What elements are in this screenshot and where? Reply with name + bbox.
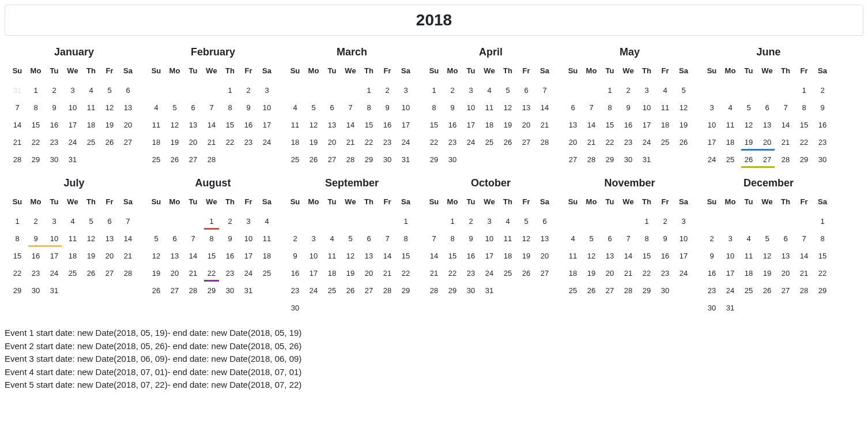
day-cell[interactable]: 6	[360, 231, 378, 248]
day-cell[interactable]: 16	[45, 117, 63, 134]
day-cell[interactable]: 20	[360, 265, 378, 283]
day-cell[interactable]: 26	[674, 134, 693, 152]
day-cell[interactable]: 9	[703, 248, 721, 265]
day-cell[interactable]: 19	[82, 248, 100, 265]
day-cell[interactable]: 30	[813, 152, 832, 169]
day-cell[interactable]: 31	[63, 152, 82, 169]
day-cell[interactable]: 31	[239, 283, 258, 300]
day-cell[interactable]: 28	[184, 283, 202, 300]
day-cell[interactable]: 6	[100, 214, 119, 231]
day-cell[interactable]: 11	[721, 117, 739, 134]
day-cell[interactable]: 20	[517, 117, 535, 134]
day-cell[interactable]: 23	[462, 265, 480, 283]
day-cell[interactable]: 20	[165, 265, 184, 283]
day-cell[interactable]: 3	[462, 83, 480, 100]
day-cell[interactable]: 6	[758, 100, 776, 117]
day-cell[interactable]: 8	[27, 100, 45, 117]
day-cell[interactable]: 7	[619, 231, 637, 248]
day-cell[interactable]: 14	[582, 117, 601, 134]
day-cell[interactable]: 19	[517, 248, 535, 265]
day-cell[interactable]: 20	[323, 134, 341, 152]
day-cell[interactable]: 11	[323, 248, 341, 265]
day-cell[interactable]: 29	[795, 152, 813, 169]
day-cell[interactable]: 14	[535, 100, 554, 117]
day-cell[interactable]: 9	[619, 100, 637, 117]
day-cell[interactable]: 14	[776, 117, 795, 134]
day-cell[interactable]: 17	[239, 248, 258, 265]
day-cell[interactable]: 9	[286, 248, 304, 265]
day-cell[interactable]: 29	[813, 283, 832, 300]
day-cell[interactable]: 23	[286, 283, 304, 300]
day-cell[interactable]: 15	[360, 117, 378, 134]
day-cell[interactable]: 10	[462, 100, 480, 117]
day-cell[interactable]: 24	[721, 283, 739, 300]
day-cell[interactable]: 29	[27, 152, 45, 169]
day-cell[interactable]: 20	[601, 265, 619, 283]
day-cell[interactable]: 11	[63, 231, 82, 248]
day-cell[interactable]: 4	[286, 100, 304, 117]
day-cell[interactable]: 24	[703, 152, 721, 169]
day-cell[interactable]: 12	[517, 231, 535, 248]
day-cell[interactable]: 9	[45, 100, 63, 117]
day-cell[interactable]: 3	[258, 83, 276, 100]
day-cell[interactable]: 22	[443, 265, 462, 283]
day-cell[interactable]: 29	[360, 152, 378, 169]
day-cell[interactable]: 13	[601, 248, 619, 265]
day-cell[interactable]: 14	[619, 248, 637, 265]
day-cell[interactable]: 23	[656, 265, 674, 283]
day-cell[interactable]: 26	[341, 283, 360, 300]
day-cell[interactable]: 5	[674, 83, 693, 100]
day-cell[interactable]: 13	[119, 100, 137, 117]
day-cell[interactable]: 8	[601, 100, 619, 117]
day-cell[interactable]: 16	[813, 117, 832, 134]
day-cell[interactable]: 13	[165, 248, 184, 265]
day-cell[interactable]: 5	[147, 231, 165, 248]
day-cell[interactable]: 12	[674, 100, 693, 117]
day-cell[interactable]: 2	[221, 214, 239, 231]
day-cell[interactable]: 25	[499, 265, 517, 283]
day-cell[interactable]: 10	[258, 100, 276, 117]
day-cell[interactable]: 7	[425, 231, 443, 248]
day-cell[interactable]: 1	[397, 214, 415, 231]
day-cell[interactable]: 26	[758, 283, 776, 300]
day-cell[interactable]: 4	[564, 231, 582, 248]
day-cell[interactable]: 22	[360, 134, 378, 152]
highlighted-day[interactable]: 19	[739, 134, 758, 152]
day-cell[interactable]: 26	[517, 265, 535, 283]
day-cell[interactable]: 27	[535, 265, 554, 283]
day-cell[interactable]: 28	[8, 152, 27, 169]
day-cell[interactable]: 30	[619, 152, 637, 169]
day-cell[interactable]: 17	[45, 248, 63, 265]
day-cell[interactable]: 24	[258, 134, 276, 152]
day-cell[interactable]: 18	[286, 134, 304, 152]
day-cell[interactable]: 30	[703, 300, 721, 317]
day-cell[interactable]: 30	[443, 152, 462, 169]
day-cell[interactable]: 17	[674, 248, 693, 265]
day-cell[interactable]: 7	[378, 231, 397, 248]
day-cell[interactable]: 19	[674, 117, 693, 134]
day-cell[interactable]: 9	[462, 231, 480, 248]
day-cell[interactable]: 22	[601, 134, 619, 152]
day-cell[interactable]: 6	[564, 100, 582, 117]
day-cell[interactable]: 4	[480, 83, 499, 100]
day-cell[interactable]: 26	[304, 152, 323, 169]
day-cell[interactable]: 25	[286, 152, 304, 169]
day-cell[interactable]: 23	[221, 265, 239, 283]
day-cell[interactable]: 5	[165, 100, 184, 117]
day-cell[interactable]: 15	[601, 117, 619, 134]
day-cell[interactable]: 14	[378, 248, 397, 265]
day-cell[interactable]: 2	[443, 83, 462, 100]
day-cell[interactable]: 8	[360, 100, 378, 117]
day-cell[interactable]: 14	[8, 117, 27, 134]
day-cell[interactable]: 18	[564, 265, 582, 283]
day-cell[interactable]: 15	[443, 248, 462, 265]
day-cell[interactable]: 22	[397, 265, 415, 283]
day-cell[interactable]: 24	[239, 265, 258, 283]
day-cell[interactable]: 7	[776, 100, 795, 117]
day-cell[interactable]: 3	[637, 83, 656, 100]
day-cell[interactable]: 2	[45, 83, 63, 100]
day-cell[interactable]: 27	[360, 283, 378, 300]
day-cell[interactable]: 11	[739, 248, 758, 265]
day-cell[interactable]: 22	[637, 265, 656, 283]
day-cell[interactable]: 5	[758, 231, 776, 248]
